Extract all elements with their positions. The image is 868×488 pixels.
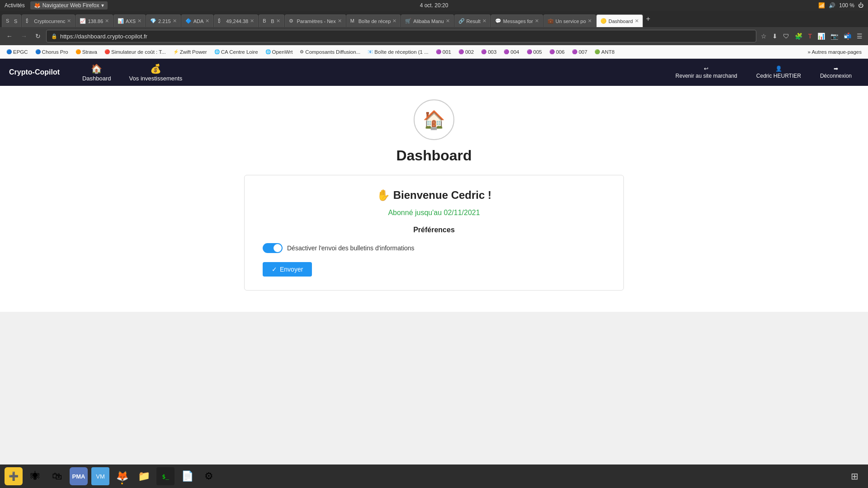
taskbar-virtmanager[interactable]: VM <box>91 467 109 485</box>
bookmark-item[interactable]: 🟢 ANT8 <box>592 48 617 56</box>
bookmark-item[interactable]: 🌐 CA Centre Loire <box>212 48 261 56</box>
bookmark-item[interactable]: 🟣 004 <box>501 48 522 56</box>
user-profile-btn[interactable]: 👤 Cedric HEURTIER <box>749 62 808 83</box>
forward-button[interactable]: → <box>18 31 30 42</box>
bookmark-item[interactable]: 🔵 EPGC <box>4 48 31 56</box>
tab-label: 2.215 <box>158 19 171 24</box>
taskbar-appstore[interactable]: 🛍 <box>48 467 66 485</box>
browser-tab[interactable]: 📊 AXS ✕ <box>113 14 146 27</box>
tab-label: Cryptocurrenc <box>34 19 65 24</box>
toolbar-icon-4[interactable]: 📬 <box>842 31 853 42</box>
return-merchant-btn[interactable]: ↩ Revenir au site marchand <box>668 62 745 83</box>
download-icon[interactable]: ⬇ <box>770 31 779 42</box>
bookmark-label: Boîte de réception (1 ... <box>374 49 429 55</box>
volume-icon: 🔊 <box>829 2 835 9</box>
toggle-label: Désactiver l'envoi des bulletins d'infor… <box>287 244 415 252</box>
bookmark-label: OpenWrt <box>272 49 293 55</box>
tab-close-button[interactable]: ✕ <box>392 18 396 24</box>
bookmark-item[interactable]: 🌐 OpenWrt <box>263 48 296 56</box>
app-brand[interactable]: Crypto-Copilot <box>9 68 60 76</box>
nav-bar: ← → ↻ 🔒 https://dashboard.crypto-copilot… <box>0 27 868 45</box>
power-icon[interactable]: ⏻ <box>858 2 863 9</box>
browser-tab[interactable]: 💎 2.215 ✕ <box>146 14 181 27</box>
browser-tab[interactable]: M Boîte de récep ✕ <box>346 14 401 27</box>
taskbar-docviewer[interactable]: 📄 <box>178 467 196 485</box>
browser-tab[interactable]: 🔷 ADA ✕ <box>181 14 214 27</box>
tab-close-button[interactable]: ✕ <box>635 18 639 24</box>
tab-label: Alibaba Manu <box>413 19 443 24</box>
tab-close-button[interactable]: ✕ <box>482 18 486 24</box>
dashboard-house-icon: 🏠 <box>423 109 445 131</box>
bookmark-item[interactable]: 🟣 007 <box>569 48 590 56</box>
app-navbar: Crypto-Copilot 🏠 Dashboard 💰 Vos investi… <box>0 59 868 86</box>
bookmark-item[interactable]: 🟣 003 <box>478 48 499 56</box>
taskbar-terminal[interactable]: $_ <box>156 467 175 485</box>
tab-close-button[interactable]: ✕ <box>137 18 142 24</box>
browser-tab[interactable]: 💬 Messages for ✕ <box>491 14 543 27</box>
browser-tab[interactable]: S S <box>2 14 21 27</box>
tab-close-button[interactable]: ✕ <box>338 18 342 24</box>
shield-icon[interactable]: 🛡 <box>781 31 791 42</box>
browser-tab[interactable]: B B ✕ <box>259 14 284 27</box>
t-icon[interactable]: T <box>806 31 814 42</box>
reload-button[interactable]: ↻ <box>33 31 43 42</box>
browser-tab[interactable]: 📈 138.86 ✕ <box>75 14 113 27</box>
new-tab-button[interactable]: + <box>643 15 653 23</box>
os-activities-label[interactable]: Activités <box>5 2 25 9</box>
bookmark-item[interactable]: 🟣 006 <box>547 48 567 56</box>
taskbar-calculator[interactable]: ➕ <box>5 467 23 485</box>
tab-close-button[interactable]: ✕ <box>276 18 280 24</box>
bookmark-favicon: ⚡ <box>173 49 179 54</box>
toolbar-icon-2[interactable]: 📊 <box>816 31 827 42</box>
bookmark-item[interactable]: 🔴 Simulateur de coût : T... <box>102 48 169 56</box>
submit-button[interactable]: ✓ Envoyer <box>263 262 312 277</box>
browser-tab[interactable]: 💼 Un service po ✕ <box>543 14 596 27</box>
tab-close-button[interactable]: ✕ <box>588 18 592 24</box>
taskbar-pma[interactable]: PMA <box>70 467 88 485</box>
tab-close-button[interactable]: ✕ <box>105 18 109 24</box>
os-firefox-btn[interactable]: 🦊 Navigateur Web Firefox ▾ <box>30 1 108 9</box>
nav-investments[interactable]: 💰 Vos investissements <box>120 60 192 85</box>
tab-close-button[interactable]: ✕ <box>250 18 254 24</box>
tab-close-button[interactable]: ✕ <box>205 18 209 24</box>
logout-btn[interactable]: ➡ Déconnexion <box>813 62 859 83</box>
bookmarks-more-button[interactable]: » Autres marque-pages <box>805 48 864 56</box>
browser-tab[interactable]: ₿ Cryptocurrenc ✕ <box>22 14 75 27</box>
address-bar[interactable]: 🔒 https://dashboard.crypto-copilot.fr <box>46 30 756 42</box>
menu-button[interactable]: ☰ <box>855 31 864 42</box>
taskbar-config[interactable]: ⚙ <box>200 467 218 485</box>
browser-tab[interactable]: ⚙ Paramètres - Nex ✕ <box>285 14 346 27</box>
bookmark-item[interactable]: 🟣 001 <box>433 48 454 56</box>
page-title: Dashboard <box>396 147 472 164</box>
ssl-lock-icon: 🔒 <box>51 33 57 39</box>
bookmark-item[interactable]: 🟣 005 <box>524 48 545 56</box>
browser-tab[interactable]: ₿ 49,244.38 ✕ <box>214 14 258 27</box>
taskbar-spider[interactable]: 🕷 <box>26 467 44 485</box>
taskbar-firefox[interactable]: 🦊 <box>113 467 131 485</box>
newsletter-toggle[interactable] <box>263 243 283 253</box>
tab-close-button[interactable]: ✕ <box>67 18 71 24</box>
browser-tab[interactable]: 🟡 Dashboard ✕ <box>596 14 643 27</box>
bookmark-label: ANT8 <box>601 49 614 55</box>
tab-favicon: 🛒 <box>405 18 411 24</box>
bookmark-item[interactable]: ⚡ Zwift Power <box>170 48 210 56</box>
nav-dashboard[interactable]: 🏠 Dashboard <box>73 60 120 85</box>
tab-favicon: 💎 <box>150 18 156 24</box>
bookmark-item[interactable]: 🔵 Chorus Pro <box>33 48 71 56</box>
tab-close-button[interactable]: ✕ <box>173 18 177 24</box>
bookmark-item[interactable]: ⚙ Composants Diffusion... <box>297 48 363 56</box>
bookmark-item[interactable]: 📧 Boîte de réception (1 ... <box>365 48 431 56</box>
browser-tab[interactable]: 🛒 Alibaba Manu ✕ <box>401 14 453 27</box>
bookmark-item[interactable]: 🟣 002 <box>456 48 476 56</box>
toolbar-icon-3[interactable]: 📷 <box>829 31 840 42</box>
tab-close-button[interactable]: ✕ <box>446 18 450 24</box>
bookmark-item[interactable]: 🟠 Strava <box>73 48 100 56</box>
taskbar-grid-button[interactable]: ⊞ <box>845 467 863 485</box>
browser-tab[interactable]: 🔗 Result ✕ <box>454 14 491 27</box>
back-button[interactable]: ← <box>4 31 15 42</box>
bookmark-star-icon[interactable]: ☆ <box>759 31 769 42</box>
taskbar-filemanager[interactable]: 📁 <box>135 467 153 485</box>
tab-favicon: 📈 <box>80 18 86 24</box>
tab-close-button[interactable]: ✕ <box>535 18 539 24</box>
extension-icon[interactable]: 🧩 <box>793 31 804 42</box>
